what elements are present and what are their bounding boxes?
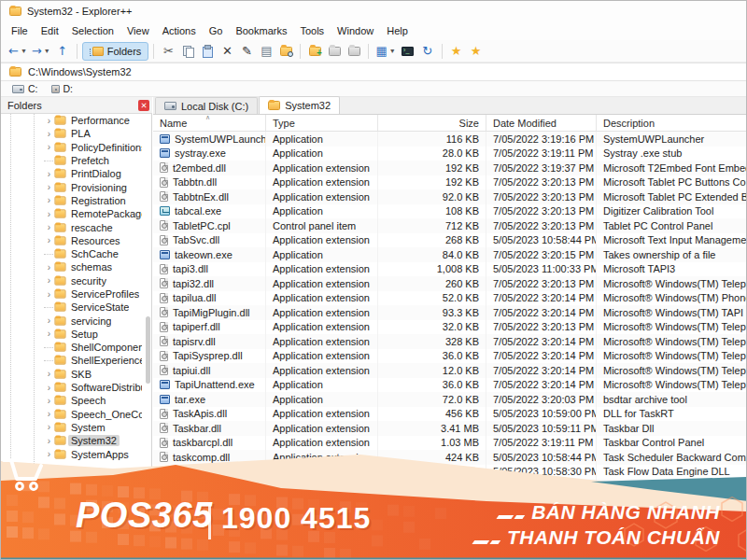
close-folders-icon[interactable]: ✕ bbox=[138, 100, 149, 111]
tree-item-serviceprofiles[interactable]: ›ServiceProfiles bbox=[1, 287, 152, 301]
expand-chevron-icon[interactable]: › bbox=[44, 116, 54, 126]
refresh-button[interactable]: ↻ bbox=[418, 42, 437, 61]
expand-chevron-icon[interactable]: › bbox=[44, 262, 54, 273]
expand-chevron-icon[interactable]: › bbox=[44, 383, 54, 393]
file-row[interactable]: TapiMigPlugin.dllApplication extension93… bbox=[153, 305, 747, 320]
expand-chevron-icon[interactable]: › bbox=[44, 169, 54, 179]
file-row[interactable]: tapisrv.dllApplication extension328 KB7/… bbox=[153, 334, 747, 349]
expand-chevron-icon[interactable]: › bbox=[44, 182, 54, 192]
tree-item-speech_onecore[interactable]: ›Speech_OneCore bbox=[1, 408, 152, 421]
file-row[interactable]: t2embed.dllApplication extension192 KB7/… bbox=[153, 161, 747, 175]
expand-chevron-icon[interactable]: › bbox=[44, 449, 54, 459]
file-row[interactable]: tabcal.exeApplication108 KB7/05/2022 3:2… bbox=[153, 204, 747, 219]
column-header-name[interactable]: Name∧ bbox=[153, 115, 266, 131]
expand-chevron-icon[interactable]: › bbox=[44, 422, 54, 432]
tree-item-servicing[interactable]: ›servicing bbox=[1, 314, 152, 327]
bookmarks-button[interactable]: ★ bbox=[467, 42, 486, 61]
expand-chevron-icon[interactable]: › bbox=[44, 275, 54, 286]
tree-item-servicestate[interactable]: ServiceState bbox=[1, 301, 152, 314]
column-header-size[interactable]: Size bbox=[378, 115, 486, 131]
expand-chevron-icon[interactable]: › bbox=[44, 369, 54, 379]
new-folder-button[interactable] bbox=[305, 42, 324, 61]
menu-bookmarks[interactable]: Bookmarks bbox=[229, 22, 293, 39]
tree-item-registration[interactable]: ›Registration bbox=[1, 194, 152, 207]
file-row[interactable]: SystemUWPLauncher...Application116 KB7/0… bbox=[153, 132, 747, 147]
tree-item-setup[interactable]: ›Setup bbox=[1, 328, 152, 341]
tree-item-skb[interactable]: ›SKB bbox=[1, 368, 152, 381]
file-row[interactable]: TapiUnattend.exeApplication36.0 KB7/05/2… bbox=[153, 378, 747, 393]
folders-toggle-button[interactable]: Folders bbox=[82, 42, 149, 61]
command-prompt-button[interactable] bbox=[399, 42, 417, 61]
expand-chevron-icon[interactable]: › bbox=[44, 142, 54, 152]
expand-chevron-icon[interactable]: › bbox=[44, 209, 54, 219]
file-row[interactable]: TaskFlowDataEngine.dllApplication extens… bbox=[153, 465, 747, 480]
dropdown-caret-icon[interactable]: ▼ bbox=[21, 48, 27, 54]
properties-button[interactable]: ▤ bbox=[257, 42, 275, 61]
expand-chevron-icon[interactable]: › bbox=[44, 436, 54, 446]
tree-item-softwaredistribution[interactable]: ›SoftwareDistribution bbox=[1, 381, 152, 394]
copy-button[interactable] bbox=[178, 42, 197, 61]
tree-item-security[interactable]: ›security bbox=[1, 274, 152, 287]
tree-item-speech[interactable]: ›Speech bbox=[1, 394, 152, 407]
expand-chevron-icon[interactable]: › bbox=[44, 222, 54, 232]
file-row[interactable]: TabSvc.dllApplication extension268 KB5/0… bbox=[153, 233, 747, 248]
add-bookmark-button[interactable]: ★ bbox=[447, 42, 466, 61]
tree-item-systemapps[interactable]: ›SystemApps bbox=[1, 447, 152, 460]
tree-vertical-scrollbar[interactable] bbox=[146, 316, 150, 384]
menu-actions[interactable]: Actions bbox=[156, 22, 203, 39]
file-row[interactable]: takeown.exeApplication84.0 KB7/05/2022 3… bbox=[153, 247, 747, 262]
file-row[interactable]: tapiperf.dllApplication extension32.0 KB… bbox=[153, 320, 747, 335]
expand-chevron-icon[interactable]: › bbox=[44, 289, 54, 300]
menu-selection[interactable]: Selection bbox=[65, 22, 120, 39]
paste-button[interactable] bbox=[198, 42, 217, 61]
cut-button[interactable]: ✂ bbox=[159, 42, 177, 61]
drive-button-D[interactable]: D: bbox=[47, 82, 78, 95]
menu-tools[interactable]: Tools bbox=[293, 22, 331, 39]
delete-button[interactable]: ✕ bbox=[218, 42, 236, 61]
menu-view[interactable]: View bbox=[120, 22, 156, 39]
tree-item-schcache[interactable]: SchCache bbox=[1, 247, 152, 260]
file-row[interactable]: TaskApis.dllApplication extension456 KB5… bbox=[153, 407, 747, 422]
file-row[interactable]: Tabbtn.dllApplication extension192 KB7/0… bbox=[153, 175, 747, 190]
menu-window[interactable]: Window bbox=[331, 22, 380, 39]
tree-item-printdialog[interactable]: ›PrintDialog bbox=[1, 167, 152, 180]
tree-item-shellcomponents[interactable]: ShellComponents bbox=[1, 341, 152, 354]
tree-item-shellexperiences[interactable]: ShellExperiences bbox=[1, 354, 152, 367]
forward-button[interactable]: →▼ bbox=[30, 42, 52, 61]
file-row[interactable]: tapi3.dllApplication extension1,008 KB5/… bbox=[153, 262, 747, 277]
file-row[interactable]: TapiSysprep.dllApplication extension36.0… bbox=[153, 349, 747, 364]
expand-chevron-icon[interactable]: › bbox=[44, 315, 54, 326]
expand-chevron-icon[interactable]: › bbox=[44, 396, 54, 406]
file-row[interactable]: taskcomp.dllApplication extension424 KB5… bbox=[153, 450, 747, 465]
menu-go[interactable]: Go bbox=[203, 22, 230, 39]
file-row[interactable]: TabletPC.cplControl panel item712 KB7/05… bbox=[153, 218, 747, 233]
tree-item-schemas[interactable]: ›schemas bbox=[1, 260, 152, 273]
tree-item-performance[interactable]: ›Performance bbox=[1, 114, 152, 127]
file-row[interactable]: tapiui.dllApplication extension12.0 KB7/… bbox=[153, 363, 747, 378]
dropdown-caret-icon[interactable]: ▼ bbox=[389, 48, 396, 54]
address-bar[interactable]: C:\Windows\System32 bbox=[1, 63, 747, 81]
file-row[interactable]: Taskbar.dllApplication extension3.41 MB5… bbox=[153, 421, 747, 436]
file-row[interactable]: taskbarcpl.dllApplication extension1.03 … bbox=[153, 436, 747, 451]
expand-chevron-icon[interactable]: › bbox=[44, 329, 54, 339]
search-folder-button[interactable] bbox=[276, 42, 295, 61]
tree-item-provisioning[interactable]: ›Provisioning bbox=[1, 180, 152, 193]
tree-horizontal-scrollbar[interactable] bbox=[49, 543, 147, 548]
back-button[interactable]: ←▼ bbox=[7, 42, 29, 61]
file-row[interactable]: tapi32.dllApplication extension260 KB7/0… bbox=[153, 276, 747, 291]
drive-button-C[interactable]: C: bbox=[7, 82, 43, 95]
tab-local-disk-c-[interactable]: Local Disk (C:) bbox=[155, 97, 258, 114]
file-row[interactable]: tar.exeApplication72.0 KB7/05/2022 3:20:… bbox=[153, 392, 747, 407]
menu-file[interactable]: File bbox=[5, 22, 35, 39]
dropdown-caret-icon[interactable]: ▼ bbox=[44, 48, 50, 54]
expand-chevron-icon[interactable]: › bbox=[44, 409, 54, 419]
menu-help[interactable]: Help bbox=[380, 22, 415, 39]
expand-chevron-icon[interactable]: › bbox=[44, 235, 54, 245]
up-button[interactable]: ↑ bbox=[53, 42, 72, 61]
file-row[interactable]: systray.exeApplication28.0 KB7/05/2022 3… bbox=[153, 147, 747, 161]
file-row[interactable]: 5/05/2023 10:58:44 PMHost Process for Wi… bbox=[153, 479, 747, 494]
tree-item-prefetch[interactable]: Prefetch bbox=[1, 154, 152, 167]
menu-edit[interactable]: Edit bbox=[35, 22, 65, 39]
file-row[interactable]: TabbtnEx.dllApplication extension92.0 KB… bbox=[153, 189, 747, 204]
tab-system32[interactable]: System32 bbox=[259, 96, 340, 114]
